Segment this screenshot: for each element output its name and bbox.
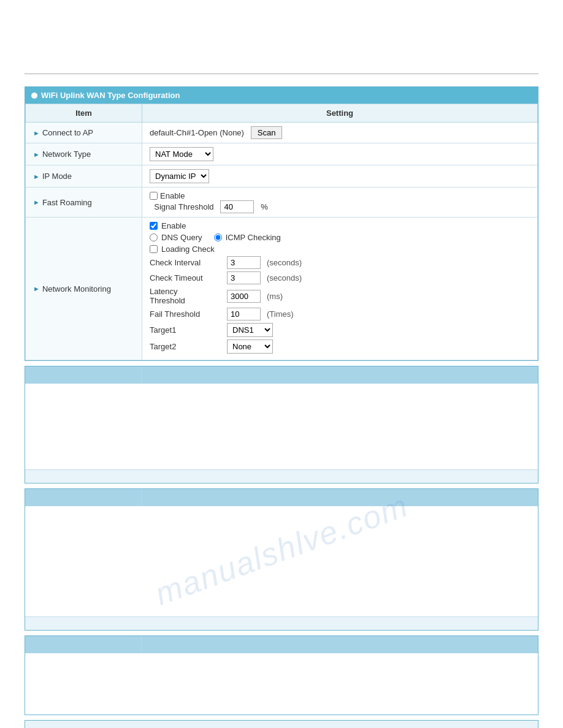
network-type-label: ► Network Type: [33, 150, 134, 159]
nm-latency-threshold-row: LatencyThreshold (ms): [150, 287, 530, 305]
fast-roaming-enable-label: Enable: [150, 191, 530, 200]
network-type-cell: ► Network Type: [26, 143, 142, 165]
network-monitoring-cell: ► Network Monitoring: [26, 218, 142, 360]
lower-box-2: [25, 488, 538, 631]
lower-box-3-header: [25, 636, 538, 653]
lower-box-3: [25, 635, 538, 715]
config-table: Item Setting ► Connect to AP default-Ch#…: [25, 104, 538, 360]
bottom-footer-bar: [25, 720, 538, 728]
target2-select[interactable]: None DNS1 DNS2 Custom: [227, 339, 273, 354]
lower-header-col2-2: [142, 489, 538, 506]
table-row: ► IP Mode Dynamic IP Static IP PPPoE: [26, 165, 538, 188]
arrow-icon: ►: [33, 173, 40, 180]
table-row: ► Network Type NAT Mode Route Mode Bridg…: [26, 143, 538, 165]
check-timeout-input[interactable]: [227, 271, 261, 284]
network-type-setting: NAT Mode Route Mode Bridge Mode: [142, 143, 538, 165]
col-setting-header: Setting: [142, 104, 538, 123]
lower-section: manualshlve.com: [25, 366, 538, 728]
connect-to-ap-setting: default-Ch#1-Open (None) Scan: [142, 123, 538, 143]
lower-box-1-body: [25, 384, 538, 469]
ip-mode-label: ► IP Mode: [33, 172, 134, 181]
connect-to-ap-cell: ► Connect to AP: [26, 123, 142, 143]
network-monitoring-label: ► Network Monitoring: [33, 284, 134, 294]
fail-threshold-input[interactable]: [227, 308, 261, 320]
nm-enable-checkbox[interactable]: [150, 222, 158, 230]
table-row: ► Network Monitoring Enable: [26, 218, 538, 360]
top-divider: [25, 74, 538, 74]
lower-header-col1-3: [25, 636, 142, 653]
nm-check-interval-row: Check Interval (seconds): [150, 256, 530, 269]
nm-enable-row: Enable: [150, 221, 530, 230]
lower-box-2-footer: [25, 616, 538, 630]
nm-loading-row: Loading Check: [150, 245, 530, 254]
ip-mode-cell: ► IP Mode: [26, 165, 142, 188]
nm-target1-row: Target1 DNS1 DNS2 Custom: [150, 323, 530, 337]
lower-box-1: [25, 366, 538, 483]
fast-roaming-enable-checkbox[interactable]: [150, 192, 158, 200]
check-interval-input[interactable]: [227, 256, 261, 269]
connect-to-ap-label: ► Connect to AP: [33, 128, 134, 137]
network-monitoring-setting: Enable DNS Query ICMP Checking: [142, 218, 538, 360]
nm-loading-check-checkbox[interactable]: [150, 245, 158, 253]
nm-fail-threshold-row: Fail Threshold (Times): [150, 308, 530, 320]
arrow-icon: ►: [33, 129, 40, 137]
nm-icmp-radio[interactable]: [214, 233, 222, 241]
nm-check-timeout-row: Check Timeout (seconds): [150, 271, 530, 284]
fast-roaming-label: ► Fast Roaming: [33, 198, 134, 207]
nm-query-row: DNS Query ICMP Checking: [150, 233, 530, 242]
lower-box-2-header: [25, 489, 538, 506]
header-dot-icon: [31, 93, 37, 99]
fast-roaming-setting: Enable Signal Threshold %: [142, 188, 538, 218]
lower-box-3-body: [25, 653, 538, 715]
scan-button[interactable]: Scan: [251, 126, 283, 139]
table-row: ► Fast Roaming Enable Signal Threshold: [26, 188, 538, 218]
lower-header-col2: [142, 366, 538, 384]
lower-header-col1-2: [25, 489, 142, 506]
arrow-icon: ►: [33, 285, 40, 292]
config-header: WiFi Uplink WAN Type Configuration: [25, 87, 538, 104]
nm-target2-row: Target2 None DNS1 DNS2 Custom: [150, 339, 530, 354]
ip-mode-setting: Dynamic IP Static IP PPPoE: [142, 165, 538, 188]
arrow-icon: ►: [33, 199, 40, 206]
network-type-select[interactable]: NAT Mode Route Mode Bridge Mode: [150, 147, 213, 161]
table-row: ► Connect to AP default-Ch#1-Open (None)…: [26, 123, 538, 143]
target1-select[interactable]: DNS1 DNS2 Custom: [227, 323, 273, 337]
config-header-title: WiFi Uplink WAN Type Configuration: [41, 91, 180, 100]
lower-header-col2-3: [142, 636, 538, 653]
connect-to-ap-value: default-Ch#1-Open (None): [150, 128, 244, 137]
col-item-header: Item: [26, 104, 142, 123]
latency-threshold-input[interactable]: [227, 290, 261, 303]
arrow-icon: ►: [33, 151, 40, 158]
nm-dns-query-radio[interactable]: [150, 233, 158, 241]
lower-header-col1: [25, 366, 142, 384]
lower-box-1-header: [25, 366, 538, 384]
lower-box-2-body: [25, 506, 538, 616]
signal-threshold-input[interactable]: [220, 200, 254, 213]
page-wrapper: WiFi Uplink WAN Type Configuration Item …: [0, 0, 563, 728]
config-box: WiFi Uplink WAN Type Configuration Item …: [25, 86, 538, 361]
lower-box-1-footer: [25, 469, 538, 483]
fast-roaming-cell: ► Fast Roaming: [26, 188, 142, 218]
ip-mode-select[interactable]: Dynamic IP Static IP PPPoE: [150, 169, 209, 183]
